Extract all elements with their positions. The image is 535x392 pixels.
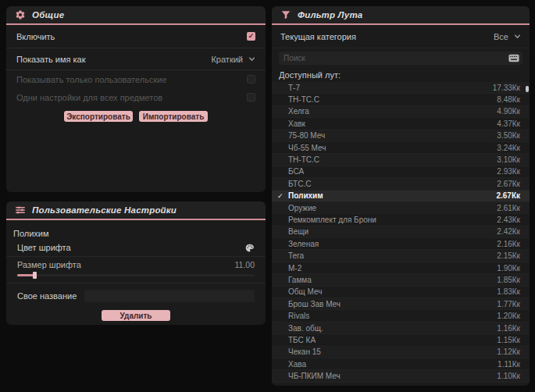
row-only-custom: Показывать только пользовательские [6, 70, 266, 88]
panel-general: Общие Включить ✓ Показать имя как Кратки… [6, 6, 266, 192]
sliders-icon [15, 205, 26, 216]
list-item[interactable]: Т-717.33Кк [272, 82, 530, 94]
selected-item-name-row: Полихим [6, 227, 266, 239]
list-item[interactable]: Хавк4.37Кк [272, 118, 530, 130]
list-item[interactable]: Зав. общ.1.16Кк [272, 323, 530, 334]
list-item[interactable]: ТН-ТС.С3.10Кк [272, 154, 530, 166]
item-value: 2.67Кк [496, 191, 520, 200]
slider-handle[interactable] [33, 272, 37, 279]
item-name: ЧБ-ПКИМ Меч [288, 372, 497, 380]
export-button[interactable]: Экспортировать [64, 111, 133, 122]
item-name: Хава [288, 360, 498, 369]
list-item[interactable]: Гамма1.85Кк [272, 274, 530, 286]
list-item[interactable]: ✓Полихим2.67Кк [272, 191, 530, 202]
item-name: Хавк [288, 119, 497, 128]
item-name: Тега [288, 251, 497, 260]
list-item[interactable]: Зеленая2.16Кк [272, 238, 530, 250]
list-item[interactable]: БСА2.93Кк [272, 166, 530, 178]
gear-icon [15, 9, 26, 20]
item-value: 1.83Кк [497, 287, 520, 296]
search-row [272, 48, 530, 68]
item-value: 8.48Кк [497, 95, 520, 104]
list-item[interactable]: ТН-ТС.С8.48Кк [272, 94, 530, 105]
import-button[interactable]: Импортировать [139, 111, 208, 122]
display-name-value: Краткий [211, 55, 243, 64]
item-value: 1.15Кк [497, 336, 520, 344]
keyboard-icon[interactable] [508, 54, 519, 62]
item-value: 1.12Кк [497, 347, 520, 356]
custom-name-label: Свое название [17, 291, 77, 301]
item-name: ТН-ТС.С [288, 155, 497, 164]
list-item[interactable]: Тега2.15Кк [272, 250, 530, 262]
panel-general-title: Общие [32, 10, 64, 20]
row-enable: Включить ✓ [6, 25, 266, 48]
search-box [279, 52, 523, 65]
item-name: Чб-55 Меч [288, 144, 497, 152]
list-item[interactable]: ТБС КА1.15Кк [272, 334, 530, 346]
panel-filter-header: Фильтр Лута [272, 6, 530, 25]
category-dropdown[interactable]: Все [494, 32, 521, 41]
only-custom-label: Показывать только пользовательские [16, 75, 167, 84]
list-item[interactable]: Хелга4.90Кк [272, 106, 530, 118]
item-value: 4.90Кк [497, 107, 520, 116]
item-value: 2.67Кк [497, 180, 520, 188]
item-name: Rivals [288, 312, 497, 320]
enable-checkbox[interactable]: ✓ [247, 32, 255, 41]
list-item[interactable]: Ремкомплект для Брони2.43Кк [272, 214, 530, 226]
item-name: Зав. общ. [288, 324, 497, 333]
chevron-down-icon [248, 55, 255, 62]
item-value: 1.85Кк [497, 276, 520, 284]
same-settings-label: Одни настройки для всех предметов [16, 93, 162, 102]
font-size-value: 11.00 [235, 260, 255, 269]
item-value: 3.24Кк [497, 144, 520, 152]
item-name: Ремкомплект для Брони [288, 216, 497, 224]
item-name: Гамма [288, 276, 497, 284]
font-color-label: Цвет шрифта [17, 243, 71, 252]
same-settings-checkbox[interactable] [247, 93, 255, 102]
app-window: Общие Включить ✓ Показать имя как Кратки… [0, 0, 535, 392]
item-value: 2.16Кк [497, 240, 520, 248]
chevron-down-icon [514, 33, 521, 40]
font-size-label: Размер шрифта [17, 260, 81, 269]
item-value: 2.42Кк [497, 227, 520, 236]
item-value: 1.11Кк [498, 360, 520, 369]
item-value: 3.10Кк [497, 155, 520, 164]
list-item[interactable]: Чекан 151.12Кк [272, 347, 530, 358]
list-item[interactable]: Вещи2.42Кк [272, 226, 530, 238]
search-input[interactable] [279, 54, 508, 62]
row-font-color: Цвет шрифта [6, 239, 266, 257]
list-item[interactable]: Хава1.11Кк [272, 358, 530, 370]
font-size-slider[interactable] [17, 272, 255, 279]
only-custom-checkbox[interactable] [247, 75, 255, 84]
list-item[interactable]: ЧБ-ПКИМ Меч1.10Кк [272, 370, 530, 382]
panel-custom-title: Пользовательские Настройки [32, 205, 177, 215]
item-name: Вещи [288, 227, 497, 236]
list-item[interactable]: Брош Зав Меч1.77Кк [272, 298, 530, 310]
display-name-dropdown[interactable]: Краткий [211, 55, 255, 64]
item-value: 1.10Кк [497, 372, 520, 380]
item-name: Т-7 [288, 84, 493, 92]
category-value: Все [494, 32, 508, 41]
custom-name-input[interactable] [84, 290, 255, 302]
item-name: Полихим [288, 191, 496, 200]
item-value: 2.15Кк [497, 251, 520, 260]
scrollbar-thumb[interactable] [526, 86, 529, 92]
item-name: Брош Зав Меч [288, 300, 497, 308]
list-item[interactable]: М-21.90Кк [272, 262, 530, 274]
palette-icon[interactable] [244, 243, 255, 253]
list-item[interactable]: Оружие2.61Кк [272, 202, 530, 214]
list-item[interactable]: 75-80 Меч3.50Кк [272, 130, 530, 142]
item-name: ТН-ТС.С [288, 95, 497, 104]
list-item[interactable]: БТС.С2.67Кк [272, 178, 530, 190]
delete-button[interactable]: Удалить [102, 310, 170, 321]
item-value: 1.20Кк [497, 312, 520, 320]
list-item[interactable]: Чб-55 Меч3.24Кк [272, 142, 530, 154]
item-value: 2.93Кк [497, 167, 520, 176]
list-item[interactable]: Rivals1.20Кк [272, 310, 530, 322]
check-icon: ✓ [277, 192, 288, 200]
item-value: 1.77Кк [497, 300, 520, 308]
list-item[interactable]: Общ Меч1.83Кк [272, 287, 530, 298]
item-name: БСА [288, 167, 497, 176]
display-name-label: Показать имя как [16, 55, 86, 64]
item-name: М-2 [288, 264, 497, 273]
